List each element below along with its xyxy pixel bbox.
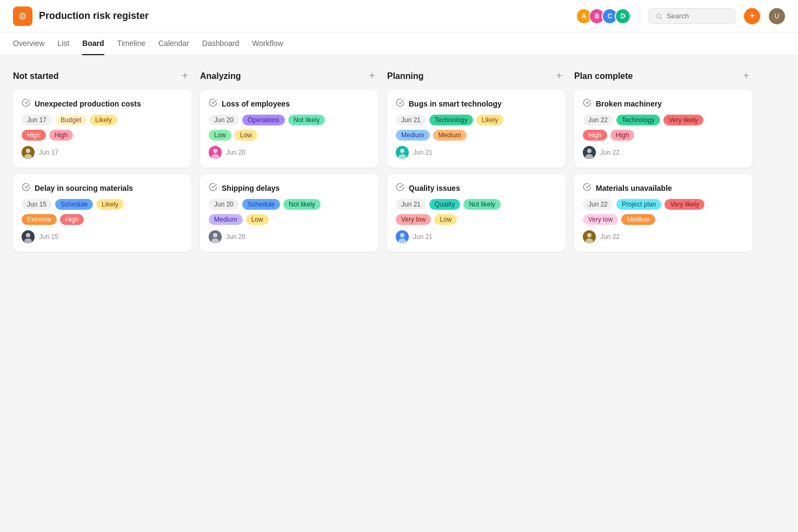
card-card-2[interactable]: Delay in sourcing materialsJun 15Schedul… (13, 174, 191, 252)
tag-card-2-3: Extreme (22, 214, 57, 225)
svg-point-17 (400, 233, 404, 237)
tags-row2-card-7: HighHigh (583, 130, 744, 141)
card-title-row-card-1: Unexpected production costs (22, 98, 183, 109)
tags-row2-card-8: Very lowMedium (583, 214, 744, 225)
svg-point-11 (213, 233, 217, 237)
tags-row1-card-1: Jun 17BudgetLikely (22, 115, 183, 125)
tags-row1-card-8: Jun 22Project planVery likely (583, 199, 744, 210)
card-avatar-card-2 (22, 230, 35, 243)
card-avatar-card-4 (209, 230, 222, 243)
card-card-4[interactable]: Shipping delaysJun 20ScheduleNot likelyM… (200, 174, 378, 252)
add-card-btn-not-started[interactable]: + (178, 69, 191, 83)
add-button[interactable]: + (744, 8, 760, 24)
main-nav: Overview List Board Timeline Calendar Da… (0, 32, 798, 56)
column-title-not-started: Not started (13, 71, 58, 81)
user-avatar[interactable]: U (769, 8, 785, 24)
tag-card-6-1: Quality (429, 199, 460, 210)
check-icon-card-4 (209, 183, 217, 194)
card-date-card-8: Jun 22 (600, 233, 620, 241)
svg-point-23 (587, 233, 591, 237)
tags-row2-card-4: MediumLow (209, 214, 370, 225)
tag-card-1-4: High (49, 130, 74, 141)
svg-point-20 (587, 149, 591, 153)
card-footer-card-2: Jun 15 (22, 230, 183, 243)
tag-card-2-1: Schedule (55, 199, 93, 210)
card-date-card-1: Jun 17 (39, 149, 58, 156)
nav-workflow[interactable]: Workflow (252, 32, 283, 55)
tags-row1-card-6: Jun 21QualityNot likely (396, 199, 557, 210)
card-date-card-3: Jun 20 (226, 149, 245, 156)
nav-calendar[interactable]: Calendar (158, 32, 189, 55)
tag-card-8-1: Project plan (616, 199, 661, 210)
tag-card-4-3: Medium (209, 214, 243, 225)
card-title-text-card-6: Quality issues (409, 184, 460, 192)
column-header-planning: Planning+ (387, 69, 566, 83)
tag-card-7-3: High (583, 130, 607, 141)
card-card-6[interactable]: Quality issuesJun 21QualityNot likelyVer… (387, 174, 566, 252)
tag-card-4-0: Jun 20 (209, 199, 239, 210)
card-avatar-card-5 (396, 146, 409, 159)
check-icon-card-3 (209, 98, 217, 109)
check-icon-card-6 (396, 183, 404, 194)
tag-card-5-1: Technology (429, 115, 473, 125)
kanban-board: Not started+Unexpected production costsJ… (0, 56, 798, 271)
add-card-btn-planning[interactable]: + (553, 69, 566, 83)
avatar-4: D (615, 8, 631, 24)
card-title-row-card-6: Quality issues (396, 183, 557, 194)
card-avatar-card-8 (583, 230, 596, 243)
divider (640, 8, 640, 25)
nav-list[interactable]: List (57, 32, 69, 55)
card-date-card-7: Jun 22 (600, 149, 620, 156)
tag-card-1-2: Likely (90, 115, 117, 125)
tag-card-1-1: Budget (55, 115, 87, 125)
tag-card-4-4: Low (246, 214, 269, 225)
tag-card-1-0: Jun 17 (22, 115, 52, 125)
search-icon (656, 12, 662, 20)
tag-card-3-2: Not likely (288, 115, 325, 125)
tags-row2-card-2: ExtremeHigh (22, 214, 183, 225)
check-icon-card-8 (583, 183, 591, 194)
tags-row1-card-7: Jun 22TechnologyVery likely (583, 115, 744, 125)
card-title-text-card-7: Broken machinery (596, 99, 662, 108)
card-footer-card-1: Jun 17 (22, 146, 183, 159)
tag-card-3-0: Jun 20 (209, 115, 239, 125)
nav-dashboard[interactable]: Dashboard (202, 32, 240, 55)
tag-card-2-4: High (60, 214, 84, 225)
card-title-text-card-8: Materials unavailable (596, 184, 672, 192)
app-header: ⚙ Production risk register A B C D + U (0, 0, 798, 32)
search-input[interactable] (667, 12, 728, 20)
search-bar[interactable] (649, 8, 735, 24)
card-date-card-6: Jun 21 (413, 233, 433, 241)
card-card-8[interactable]: Materials unavailableJun 22Project planV… (574, 174, 753, 252)
card-date-card-2: Jun 15 (39, 233, 58, 241)
card-card-5[interactable]: Bugs in smart technologyJun 21Technology… (387, 90, 566, 168)
nav-timeline[interactable]: Timeline (117, 32, 145, 55)
add-card-btn-analyzing[interactable]: + (365, 69, 378, 83)
card-date-card-5: Jun 21 (413, 149, 433, 156)
add-card-btn-plan-complete[interactable]: + (740, 69, 753, 83)
column-title-analyzing: Analyzing (200, 71, 241, 81)
column-title-planning: Planning (387, 71, 424, 81)
tag-card-8-4: Medium (621, 214, 655, 225)
tag-card-7-4: High (610, 130, 635, 141)
svg-point-14 (400, 149, 404, 153)
card-title-row-card-5: Bugs in smart technology (396, 98, 557, 109)
card-title-row-card-7: Broken machinery (583, 98, 744, 109)
tag-card-3-4: Low (235, 130, 257, 141)
column-header-plan-complete: Plan complete+ (574, 69, 753, 83)
tag-card-3-3: Low (209, 130, 231, 141)
check-icon-card-7 (583, 98, 591, 109)
header-left: ⚙ Production risk register (13, 6, 149, 26)
card-card-3[interactable]: Loss of employeesJun 20OperationsNot lik… (200, 90, 378, 168)
card-card-7[interactable]: Broken machineryJun 22TechnologyVery lik… (574, 90, 753, 168)
tag-card-8-0: Jun 22 (583, 199, 613, 210)
tag-card-7-2: Very likely (663, 115, 703, 125)
card-title-row-card-4: Shipping delays (209, 183, 370, 194)
tag-card-7-0: Jun 22 (583, 115, 613, 125)
nav-overview[interactable]: Overview (13, 32, 44, 55)
nav-board[interactable]: Board (82, 32, 104, 55)
tag-card-5-0: Jun 21 (396, 115, 426, 125)
tag-card-6-4: Low (434, 214, 457, 225)
card-card-1[interactable]: Unexpected production costsJun 17BudgetL… (13, 90, 191, 168)
column-analyzing: Analyzing+Loss of employeesJun 20Operati… (200, 69, 378, 258)
